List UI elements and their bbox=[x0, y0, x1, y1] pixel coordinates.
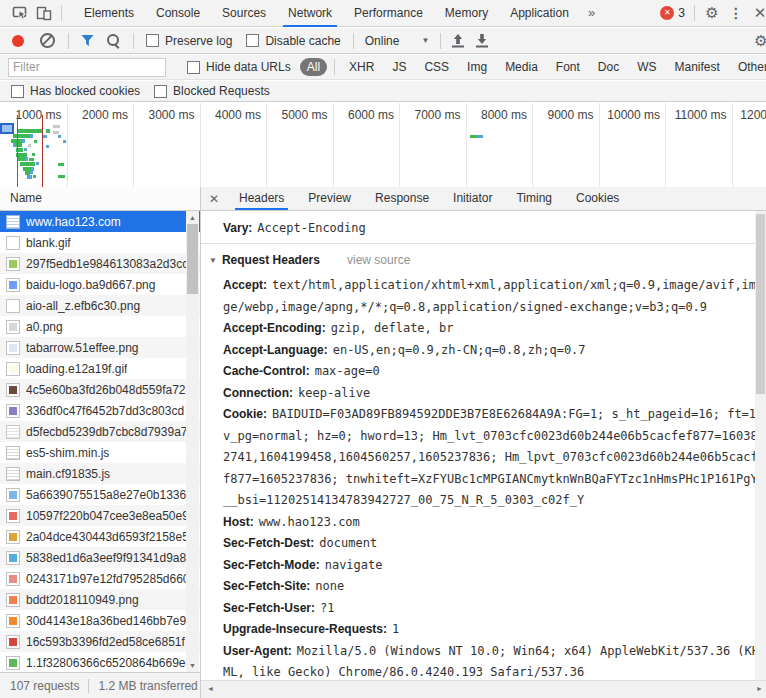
filter-type-font[interactable]: Font bbox=[549, 58, 587, 76]
view-source-link[interactable]: view source bbox=[347, 253, 410, 267]
has-blocked-cookies-checkbox[interactable]: Has blocked cookies bbox=[11, 84, 140, 98]
checkbox-box bbox=[246, 34, 259, 47]
details-tab-response[interactable]: Response bbox=[363, 187, 441, 210]
request-row[interactable]: 1.1f32806366c6520864b669e4 bbox=[0, 652, 200, 672]
timeline-overview[interactable]: 1000 ms2000 ms3000 ms4000 ms5000 ms6000 … bbox=[0, 103, 766, 188]
tab-performance[interactable]: Performance bbox=[343, 0, 434, 27]
error-count-badge[interactable]: ✕ 3 bbox=[660, 6, 685, 20]
filter-funnel-icon[interactable] bbox=[81, 34, 94, 47]
more-panels-button[interactable]: » bbox=[580, 0, 603, 26]
tab-sources[interactable]: Sources bbox=[211, 0, 277, 27]
request-row[interactable]: es5-shim.min.js bbox=[0, 442, 200, 463]
filter-type-xhr[interactable]: XHR bbox=[342, 58, 381, 76]
filter-type-img[interactable]: Img bbox=[460, 58, 494, 76]
request-row[interactable]: a0.png bbox=[0, 316, 200, 337]
scrollbar-thumb[interactable] bbox=[187, 224, 198, 294]
request-row[interactable]: aio-all_z.efb6c30.png bbox=[0, 295, 200, 316]
details-tab-timing[interactable]: Timing bbox=[504, 187, 564, 210]
request-row[interactable]: 10597f220b047cee3e8ea50e9 bbox=[0, 505, 200, 526]
clear-icon[interactable] bbox=[40, 33, 55, 48]
request-row[interactable]: 5a6639075515a8e27e0b1336. bbox=[0, 484, 200, 505]
filter-type-other[interactable]: Other bbox=[731, 58, 766, 76]
record-button[interactable] bbox=[12, 35, 24, 47]
filter-type-doc[interactable]: Doc bbox=[591, 58, 626, 76]
close-devtools-icon[interactable]: ✕ bbox=[748, 1, 766, 25]
request-row[interactable]: 30d4143e18a36bed146bb7e9 bbox=[0, 610, 200, 631]
inspect-icon[interactable] bbox=[8, 1, 32, 25]
request-name: 16c593b3396fd2ed58ce6851f bbox=[26, 635, 185, 649]
ruler-gridline bbox=[333, 103, 334, 187]
header-name: User-Agent: bbox=[223, 644, 292, 658]
request-name: 0243171b97e12fd795285d660 bbox=[26, 572, 186, 586]
requests-panel: Name www.hao123.comblank.gif297f5edb1e98… bbox=[0, 187, 201, 698]
tab-network[interactable]: Network bbox=[277, 0, 343, 27]
filter-type-css[interactable]: CSS bbox=[417, 58, 456, 76]
request-row[interactable]: 16c593b3396fd2ed58ce6851f bbox=[0, 631, 200, 652]
request-row[interactable]: 297f5edb1e984613083a2d3cc bbox=[0, 253, 200, 274]
request-headers-section[interactable]: ▼ Request Headers view source bbox=[201, 244, 755, 270]
filter-type-js[interactable]: JS bbox=[385, 58, 413, 76]
menu-kebab-icon[interactable]: ⋮ bbox=[724, 1, 748, 25]
throttling-select[interactable]: Online ▼ bbox=[365, 34, 430, 48]
request-row[interactable]: www.hao123.com bbox=[0, 211, 200, 232]
filter-type-media[interactable]: Media bbox=[498, 58, 545, 76]
tab-elements[interactable]: Elements bbox=[73, 0, 145, 27]
details-tab-initiator[interactable]: Initiator bbox=[441, 187, 504, 210]
name-column-header[interactable]: Name bbox=[0, 187, 200, 211]
network-conditions-gear-icon[interactable]: ⚙ bbox=[749, 29, 766, 53]
filter-input[interactable] bbox=[8, 58, 166, 77]
scrollbar-thumb[interactable] bbox=[756, 214, 765, 394]
request-row[interactable]: loading.e12a19f.gif bbox=[0, 358, 200, 379]
export-har-icon[interactable] bbox=[470, 29, 494, 53]
import-har-icon[interactable] bbox=[446, 29, 470, 53]
search-icon[interactable] bbox=[107, 34, 119, 46]
filter-type-ws[interactable]: WS bbox=[630, 58, 663, 76]
details-hscrollbar[interactable]: ◄ ► bbox=[201, 680, 766, 698]
tab-application[interactable]: Application bbox=[499, 0, 580, 27]
scroll-right-icon[interactable]: ► bbox=[756, 685, 763, 692]
response-header-entry: Vary:Accept-Encoding bbox=[201, 211, 755, 243]
ruler-gridline bbox=[266, 103, 267, 187]
details-tab-cookies[interactable]: Cookies bbox=[564, 187, 631, 210]
request-row[interactable]: d5fecbd5239db7cbc8d7939a7 bbox=[0, 421, 200, 442]
details-tab-preview[interactable]: Preview bbox=[296, 187, 363, 210]
status-bar: 107 requests 1.2 MB transferred bbox=[0, 672, 200, 698]
request-row[interactable]: 2a04dce430443d6593f2158e5 bbox=[0, 526, 200, 547]
request-row[interactable]: baidu-logo.ba9d667.png bbox=[0, 274, 200, 295]
device-toolbar-icon[interactable] bbox=[32, 1, 56, 25]
waterfall-bar bbox=[34, 140, 37, 143]
scroll-up-icon[interactable]: ▲ bbox=[186, 214, 199, 221]
request-row[interactable]: 4c5e60ba3fd26b048d559fa72 bbox=[0, 379, 200, 400]
requests-scrollbar[interactable]: ▲ ▼ bbox=[186, 211, 199, 672]
blocked-requests-checkbox[interactable]: Blocked Requests bbox=[154, 84, 270, 98]
scroll-left-icon[interactable]: ◄ bbox=[204, 685, 217, 692]
filter-type-manifest[interactable]: Manifest bbox=[668, 58, 727, 76]
request-row[interactable]: blank.gif bbox=[0, 232, 200, 253]
waterfall-bar bbox=[46, 129, 50, 133]
file-icon bbox=[6, 488, 20, 502]
request-row[interactable]: 5838ed1d6a3eef9f91341d9a8 bbox=[0, 547, 200, 568]
close-details-icon[interactable]: ✕ bbox=[201, 192, 227, 206]
request-row[interactable]: 336df0c47f6452b7dd3c803cd bbox=[0, 400, 200, 421]
settings-gear-icon[interactable]: ⚙ bbox=[700, 1, 724, 25]
waterfall-bar bbox=[28, 144, 31, 147]
checkbox-box bbox=[154, 85, 167, 98]
waterfall-bar bbox=[46, 145, 49, 148]
disable-cache-checkbox[interactable]: Disable cache bbox=[246, 34, 340, 48]
hide-data-urls-checkbox[interactable]: Hide data URLs bbox=[187, 60, 291, 74]
request-row[interactable]: tabarrow.51effee.png bbox=[0, 337, 200, 358]
request-row[interactable]: main.cf91835.js bbox=[0, 463, 200, 484]
tab-memory[interactable]: Memory bbox=[434, 0, 499, 27]
waterfall-bar bbox=[32, 153, 35, 156]
request-row[interactable]: bddt2018110949.png bbox=[0, 589, 200, 610]
ruler-tick-label: 7000 ms bbox=[414, 108, 465, 122]
preserve-log-checkbox[interactable]: Preserve log bbox=[146, 34, 232, 48]
details-vscrollbar[interactable] bbox=[755, 211, 766, 680]
filter-type-all[interactable]: All bbox=[300, 58, 327, 76]
error-count: 3 bbox=[678, 6, 685, 20]
details-tab-headers[interactable]: Headers bbox=[227, 187, 296, 210]
request-row[interactable]: 0243171b97e12fd795285d660 bbox=[0, 568, 200, 589]
scroll-down-icon[interactable]: ▼ bbox=[186, 662, 199, 669]
tab-console[interactable]: Console bbox=[145, 0, 211, 27]
divider bbox=[61, 5, 62, 21]
